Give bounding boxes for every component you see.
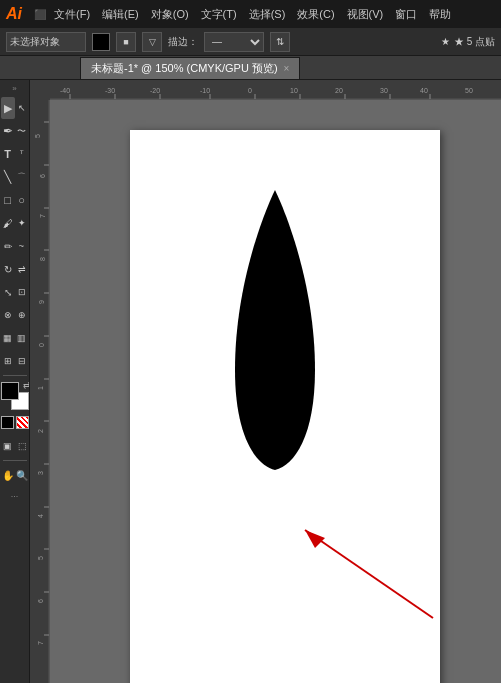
svg-text:9: 9: [38, 300, 45, 304]
app-logo: Ai: [6, 5, 22, 23]
liquify-tools-row: ⊗ ⊕: [1, 304, 29, 326]
svg-text:40: 40: [420, 87, 428, 94]
select-tool-button[interactable]: ▶: [1, 97, 15, 119]
svg-text:0: 0: [248, 87, 252, 94]
svg-text:20: 20: [335, 87, 343, 94]
svg-text:2: 2: [37, 429, 44, 433]
menu-window[interactable]: 窗口: [395, 7, 417, 22]
menu-edit[interactable]: 编辑(E): [102, 7, 139, 22]
svg-text:-40: -40: [60, 87, 70, 94]
more-tools-indicator[interactable]: ···: [11, 491, 19, 501]
svg-text:8: 8: [39, 257, 46, 261]
shape-tools-row: □ ○: [1, 189, 29, 211]
line-tool-button[interactable]: ╲: [1, 166, 15, 188]
tab-close-button[interactable]: ×: [284, 63, 290, 74]
curvature-tool-button[interactable]: 〜: [15, 120, 29, 142]
svg-text:10: 10: [290, 87, 298, 94]
svg-text:0: 0: [38, 343, 45, 347]
svg-line-48: [305, 530, 433, 618]
slice-tools-row: ⊞ ⊟: [1, 350, 29, 372]
fullscreen-button[interactable]: ⬚: [16, 435, 29, 457]
app-icon: ⬛: [34, 9, 46, 20]
ruler-h-svg: -40 -30 -20 -10 0 10 20 30 40 50: [50, 80, 501, 100]
canvas-wrapper: -40 -30 -20 -10 0 10 20 30 40 50: [30, 80, 501, 683]
menu-effect[interactable]: 效果(C): [297, 7, 334, 22]
tab-bar: 未标题-1* @ 150% (CMYK/GPU 预览) ×: [0, 56, 501, 80]
stroke-fill-row: [1, 416, 29, 429]
pen-tool-button[interactable]: ✒: [1, 120, 15, 142]
scale-tool-button[interactable]: ⤡: [1, 281, 15, 303]
svg-text:1: 1: [37, 386, 44, 390]
transform-tools-row: ↻ ⇌: [1, 258, 29, 280]
rect-tool-button[interactable]: □: [1, 189, 15, 211]
zoom-tool-button[interactable]: 🔍: [15, 464, 29, 486]
rotate-tool-button[interactable]: ↻: [1, 258, 15, 280]
warp-tool-button[interactable]: ⊗: [1, 304, 15, 326]
stroke-dropdown[interactable]: —: [204, 32, 264, 52]
point-value: ★ 5 点贴: [454, 35, 495, 49]
pencil-tools-row: ✏ ~: [1, 235, 29, 257]
svg-text:-30: -30: [105, 87, 115, 94]
stroke-arrows[interactable]: ⇅: [270, 32, 290, 52]
touch-type-tool-button[interactable]: ᵀ: [15, 143, 29, 165]
fill-icon[interactable]: ■: [116, 32, 136, 52]
canvas-area[interactable]: [50, 100, 501, 683]
control-bar: ■ ▽ 描边： — ⇅ ★ ★ 5 点贴: [0, 28, 501, 56]
screen-mode-row: ▣ ⬚: [1, 435, 29, 457]
menu-bar: 文件(F) 编辑(E) 对象(O) 文字(T) 选择(S) 效果(C) 视图(V…: [54, 7, 451, 22]
ruler-v-svg: 5 6 7 8 9 0 1 2 3 4 5: [30, 100, 50, 683]
fill-indicator[interactable]: [1, 416, 14, 429]
pencil-tool-button[interactable]: ✏: [1, 235, 15, 257]
reflect-tool-button[interactable]: ⇌: [15, 258, 29, 280]
fill-color-box[interactable]: [92, 33, 110, 51]
stroke-icon[interactable]: ▽: [142, 32, 162, 52]
tab-title: 未标题-1* @ 150% (CMYK/GPU 预览): [91, 61, 278, 76]
menu-view[interactable]: 视图(V): [347, 7, 384, 22]
svg-text:4: 4: [37, 514, 44, 518]
width-tool-button[interactable]: ⊕: [15, 304, 29, 326]
shear-tool-button[interactable]: ⊡: [15, 281, 29, 303]
hand-zoom-row: ✋ 🔍: [1, 464, 29, 486]
hand-tool-button[interactable]: ✋: [1, 464, 15, 486]
svg-text:5: 5: [37, 556, 44, 560]
svg-text:7: 7: [39, 214, 46, 218]
point-info: ★ ★ 5 点贴: [441, 35, 495, 49]
smooth-tool-button[interactable]: ~: [15, 235, 29, 257]
red-arrow: [285, 510, 435, 620]
artboard: [130, 130, 440, 683]
ruler-vertical: 5 6 7 8 9 0 1 2 3 4 5: [30, 100, 50, 683]
arc-tool-button[interactable]: ⌒: [15, 166, 29, 188]
menu-text[interactable]: 文字(T): [201, 7, 237, 22]
swap-colors-icon[interactable]: ⇄: [23, 380, 31, 390]
normal-screen-button[interactable]: ▣: [1, 435, 14, 457]
graph-tools-row: ▦ ▥: [1, 327, 29, 349]
object-selector[interactable]: [6, 32, 86, 52]
foreground-color-swatch[interactable]: [1, 382, 19, 400]
paintbrush-tool-button[interactable]: 🖌: [1, 212, 15, 234]
ellipse-tool-button[interactable]: ○: [15, 189, 29, 211]
column-graph-button[interactable]: ▥: [15, 327, 29, 349]
type-tool-button[interactable]: T: [1, 143, 15, 165]
direct-select-tool-button[interactable]: ↖: [15, 97, 29, 119]
menu-help[interactable]: 帮助: [429, 7, 451, 22]
ruler-horizontal: -40 -30 -20 -10 0 10 20 30 40 50: [50, 80, 501, 100]
blob-brush-tool-button[interactable]: ✦: [15, 212, 29, 234]
point-star-icon: ★: [441, 36, 450, 47]
graph-tool-button[interactable]: ▦: [1, 327, 15, 349]
document-tab[interactable]: 未标题-1* @ 150% (CMYK/GPU 预览) ×: [80, 57, 300, 79]
menu-object[interactable]: 对象(O): [151, 7, 189, 22]
type-tools-row: T ᵀ: [1, 143, 29, 165]
toolbar-separator-2: [3, 460, 27, 461]
slice-tool-button[interactable]: ⊞: [1, 350, 15, 372]
menu-select[interactable]: 选择(S): [249, 7, 286, 22]
pen-tools-row: ✒ 〜: [1, 120, 29, 142]
svg-text:-20: -20: [150, 87, 160, 94]
warp-tools-row: ⤡ ⊡: [1, 281, 29, 303]
menu-file[interactable]: 文件(F): [54, 7, 90, 22]
line-tools-row: ╲ ⌒: [1, 166, 29, 188]
ruler-corner: [30, 80, 50, 100]
none-indicator[interactable]: [16, 416, 29, 429]
toolbar-collapse[interactable]: »: [12, 84, 16, 93]
slice-select-button[interactable]: ⊟: [15, 350, 29, 372]
color-swatches[interactable]: ⇄: [1, 382, 29, 410]
